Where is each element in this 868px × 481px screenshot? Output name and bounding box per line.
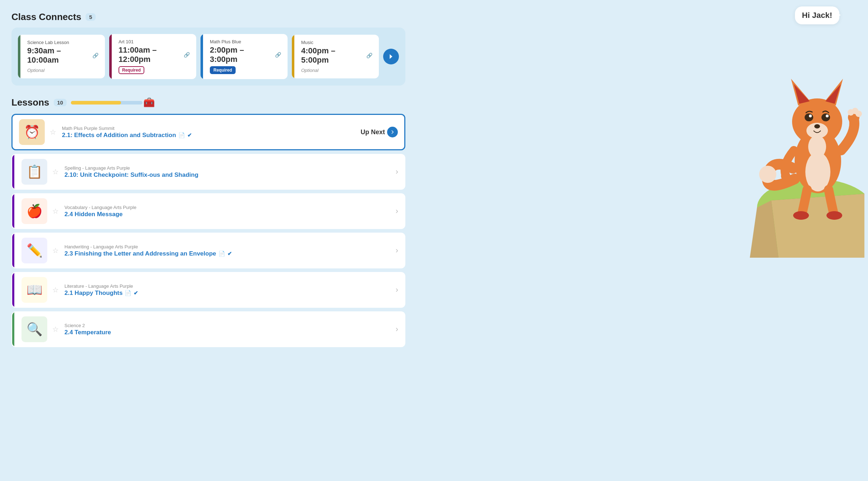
fox-character-container: Hi Jack! bbox=[739, 0, 861, 481]
class-connects-container: Science Lab Lesson9:30am – 10:00am 🔗Opti… bbox=[11, 28, 405, 86]
lesson-card-lesson-vocab[interactable]: 🍎☆Vocabulary - Language Arts Purple2.4 H… bbox=[11, 193, 405, 229]
svg-point-22 bbox=[781, 171, 790, 181]
lesson-title: 2.1: Effects of Addition and Subtraction… bbox=[62, 132, 356, 139]
lesson-chevron-icon: › bbox=[396, 246, 398, 255]
lesson-subject: Spelling - Language Arts Purple bbox=[64, 165, 391, 171]
class-connects-count: 5 bbox=[86, 13, 96, 21]
lesson-thumb-lesson-science: 🔍 bbox=[21, 316, 47, 342]
optional-label: Optional bbox=[27, 68, 44, 73]
doc-icon: 📄 bbox=[218, 251, 225, 257]
svg-marker-10 bbox=[794, 84, 810, 104]
progress-chest-icon: 🧰 bbox=[143, 97, 155, 108]
lesson-thumb-lesson-spelling: 📋 bbox=[21, 159, 47, 185]
lesson-subject: Vocabulary - Language Arts Purple bbox=[64, 205, 391, 210]
connect-link-icon: 🔗 bbox=[184, 52, 190, 58]
lesson-star-icon[interactable]: ☆ bbox=[52, 207, 59, 215]
lesson-thumb-lesson-math-purple: ⏰ bbox=[19, 119, 45, 145]
svg-point-15 bbox=[821, 113, 830, 121]
svg-point-26 bbox=[808, 135, 826, 158]
lessons-progress-bar-container: 🧰 bbox=[71, 97, 405, 108]
check-icon: ✔ bbox=[227, 251, 232, 257]
lessons-header: Lessons 10 🧰 bbox=[11, 97, 405, 108]
svg-point-13 bbox=[814, 124, 820, 128]
speech-bubble: Hi Jack! bbox=[795, 6, 839, 24]
lesson-star-icon[interactable]: ☆ bbox=[50, 128, 56, 136]
connect-link-icon: 🔗 bbox=[92, 53, 98, 58]
lesson-title: 2.1 Happy Thoughts 📄✔ bbox=[64, 290, 391, 297]
lesson-subject: Science 2 bbox=[64, 323, 391, 328]
lesson-card-lesson-science[interactable]: 🔍☆Science 22.4 Temperature› bbox=[11, 311, 405, 347]
svg-marker-2 bbox=[757, 193, 864, 258]
doc-icon: 📄 bbox=[125, 290, 131, 296]
lesson-info: Science 22.4 Temperature bbox=[64, 323, 391, 336]
lessons-list: ⏰☆Math Plus Purple Summit2.1: Effects of… bbox=[11, 114, 405, 347]
svg-point-24 bbox=[826, 211, 842, 220]
lesson-star-icon[interactable]: ☆ bbox=[52, 246, 59, 255]
lesson-info: Literature - Language Arts Purple2.1 Hap… bbox=[64, 283, 391, 297]
svg-marker-1 bbox=[757, 208, 864, 258]
lesson-chevron-icon: › bbox=[396, 285, 398, 295]
check-icon: ✔ bbox=[187, 132, 192, 139]
connect-status: Optional bbox=[301, 67, 372, 73]
connect-subject: Art 101 bbox=[119, 39, 190, 44]
svg-marker-4 bbox=[771, 193, 864, 258]
connect-subject: Math Plus Blue bbox=[210, 39, 281, 44]
connect-time: 11:00am – 12:00pm 🔗 bbox=[119, 45, 190, 64]
lesson-title: 2.4 Temperature bbox=[64, 329, 391, 336]
lesson-star-icon[interactable]: ☆ bbox=[52, 325, 59, 334]
lesson-info: Spelling - Language Arts Purple2.10: Uni… bbox=[64, 165, 391, 179]
doc-icon: 📄 bbox=[178, 132, 185, 139]
up-next-label: Up Next bbox=[361, 128, 385, 136]
lesson-star-icon[interactable]: ☆ bbox=[52, 286, 59, 294]
lesson-info: Handwriting - Language Arts Purple2.3 Fi… bbox=[64, 244, 391, 257]
class-connects-title: Class Connects bbox=[11, 11, 81, 23]
connect-card-card-art[interactable]: Art 10111:00am – 12:00pm 🔗Required bbox=[109, 34, 196, 79]
lesson-info: Math Plus Purple Summit2.1: Effects of A… bbox=[62, 126, 356, 139]
up-next-button[interactable]: Up Next bbox=[361, 127, 398, 137]
lessons-title: Lessons bbox=[11, 97, 49, 108]
lesson-info: Vocabulary - Language Arts Purple2.4 Hid… bbox=[64, 205, 391, 218]
lesson-subject: Literature - Language Arts Purple bbox=[64, 283, 391, 289]
svg-point-5 bbox=[795, 129, 841, 193]
lesson-thumb-lesson-vocab: 🍎 bbox=[21, 198, 47, 224]
connect-link-icon: 🔗 bbox=[366, 53, 372, 58]
lesson-title: 2.3 Finishing the Letter and Addressing … bbox=[64, 250, 391, 257]
lesson-chevron-icon: › bbox=[396, 207, 398, 216]
lesson-thumb-lesson-literature: 📖 bbox=[21, 277, 47, 303]
lesson-thumb-lesson-handwriting: ✏️ bbox=[21, 238, 47, 263]
lesson-card-lesson-spelling[interactable]: 📋☆Spelling - Language Arts Purple2.10: U… bbox=[11, 154, 405, 190]
connect-card-card-science[interactable]: Science Lab Lesson9:30am – 10:00am 🔗Opti… bbox=[18, 35, 105, 78]
svg-point-14 bbox=[805, 113, 813, 121]
connects-next-button[interactable] bbox=[383, 49, 399, 64]
svg-point-25 bbox=[759, 166, 776, 183]
connect-card-card-math[interactable]: Math Plus Blue2:00pm – 3:00pm 🔗Required bbox=[201, 34, 288, 79]
connect-card-card-music[interactable]: Music4:00pm – 5:00pm 🔗Optional bbox=[292, 35, 379, 78]
required-badge: Required bbox=[119, 66, 144, 74]
progress-track bbox=[71, 101, 143, 105]
svg-point-6 bbox=[805, 152, 830, 191]
svg-marker-8 bbox=[791, 79, 811, 106]
svg-point-12 bbox=[806, 123, 828, 139]
lesson-card-lesson-handwriting[interactable]: ✏️☆Handwriting - Language Arts Purple2.3… bbox=[11, 233, 405, 268]
svg-point-20 bbox=[852, 108, 858, 114]
lesson-chevron-icon: › bbox=[396, 167, 398, 176]
svg-point-23 bbox=[793, 211, 809, 220]
svg-marker-11 bbox=[825, 84, 841, 104]
lesson-subject: Math Plus Purple Summit bbox=[62, 126, 356, 131]
lessons-count: 10 bbox=[54, 99, 67, 106]
connect-status: Required bbox=[210, 66, 281, 74]
lesson-star-icon[interactable]: ☆ bbox=[52, 167, 59, 176]
svg-point-7 bbox=[792, 98, 842, 145]
svg-point-18 bbox=[848, 112, 859, 123]
connect-time: 4:00pm – 5:00pm 🔗 bbox=[301, 46, 372, 65]
optional-label: Optional bbox=[301, 68, 318, 73]
class-connects-header: Class Connects 5 bbox=[11, 11, 405, 23]
lesson-card-lesson-math-purple[interactable]: ⏰☆Math Plus Purple Summit2.1: Effects of… bbox=[11, 114, 405, 150]
connect-subject: Science Lab Lesson bbox=[27, 40, 98, 45]
lesson-chevron-icon: › bbox=[396, 325, 398, 334]
lesson-card-lesson-literature[interactable]: 📖☆Literature - Language Arts Purple2.1 H… bbox=[11, 272, 405, 308]
required-blue-badge: Required bbox=[210, 66, 236, 74]
lesson-subject: Handwriting - Language Arts Purple bbox=[64, 244, 391, 249]
svg-point-0 bbox=[757, 179, 864, 236]
connect-time: 9:30am – 10:00am 🔗 bbox=[27, 46, 98, 65]
